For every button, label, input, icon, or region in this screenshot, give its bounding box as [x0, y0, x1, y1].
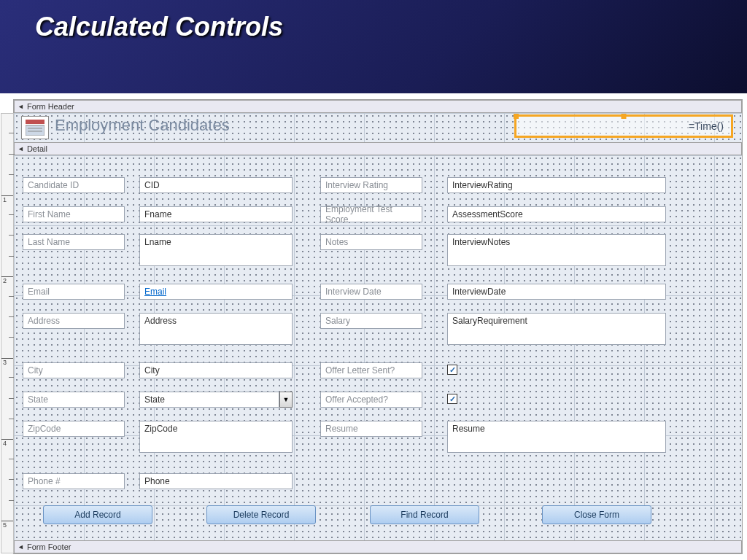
- form-design-surface: 12345 ◄ Form Header Employment Candidate…: [13, 99, 743, 554]
- divider: [0, 93, 747, 99]
- section-label: Detail: [27, 144, 47, 153]
- bound-textbox[interactable]: City: [139, 362, 293, 378]
- field-label[interactable]: Email: [23, 284, 125, 300]
- bound-textbox[interactable]: CID: [139, 177, 293, 193]
- form-button[interactable]: Find Record: [370, 505, 479, 524]
- vertical-ruler: 12345: [1, 113, 14, 553]
- field-label[interactable]: City: [23, 362, 125, 378]
- bound-textbox[interactable]: State: [139, 392, 279, 408]
- field-label[interactable]: Employment Test Score: [320, 206, 422, 222]
- svg-rect-0: [26, 120, 44, 124]
- bound-textbox[interactable]: AssessmentScore: [447, 206, 666, 222]
- expand-icon: ◄: [18, 103, 24, 110]
- section-bar-detail[interactable]: ◄ Detail: [14, 142, 742, 155]
- ruler-mark: 2: [1, 276, 13, 284]
- ruler-mark: 1: [1, 195, 13, 203]
- bound-textbox[interactable]: Fname: [139, 206, 293, 222]
- expand-icon: ◄: [18, 145, 24, 152]
- section-bar-form-footer[interactable]: ◄ Form Footer: [14, 540, 742, 553]
- slide-banner: Calculated Controls: [0, 0, 747, 93]
- bound-textbox[interactable]: InterviewRating: [447, 177, 666, 193]
- field-label[interactable]: Resume: [320, 421, 422, 437]
- form-button[interactable]: Close Form: [542, 505, 651, 524]
- field-label[interactable]: Interview Rating: [320, 177, 422, 193]
- field-label[interactable]: Phone #: [23, 473, 125, 489]
- selection-handle[interactable]: [622, 114, 627, 119]
- time-expression: =Time(): [689, 120, 724, 132]
- field-label[interactable]: First Name: [23, 206, 125, 222]
- field-label[interactable]: Last Name: [23, 234, 125, 250]
- slide-title: Calculated Controls: [35, 12, 712, 42]
- field-label[interactable]: ZipCode: [23, 421, 125, 437]
- form-button[interactable]: Delete Record: [206, 505, 316, 524]
- field-label[interactable]: Notes: [320, 234, 422, 250]
- form-icon: [26, 120, 44, 136]
- section-bar-form-header[interactable]: ◄ Form Header: [14, 100, 742, 113]
- ruler-mark: 3: [1, 358, 13, 366]
- field-label[interactable]: Address: [23, 313, 125, 329]
- svg-rect-1: [26, 125, 44, 136]
- form-header-area[interactable]: Employment Candidates =Time(): [14, 113, 742, 142]
- combo-dropdown-button[interactable]: ▼: [279, 392, 293, 408]
- field-label[interactable]: State: [23, 392, 125, 408]
- field-label[interactable]: Salary: [320, 313, 422, 329]
- bound-textbox[interactable]: Phone: [139, 473, 293, 489]
- bound-textbox[interactable]: Address: [139, 313, 293, 345]
- bound-textbox[interactable]: SalaryRequirement: [447, 313, 666, 345]
- form-logo[interactable]: [21, 116, 49, 139]
- checkbox[interactable]: ✓: [447, 394, 457, 404]
- form-title-label[interactable]: Employment Candidates: [55, 116, 230, 135]
- time-calculated-control[interactable]: =Time(): [514, 114, 733, 138]
- section-label: Form Header: [27, 102, 74, 111]
- field-label[interactable]: Offer Accepted?: [320, 392, 422, 408]
- expand-icon: ◄: [18, 543, 24, 551]
- field-label[interactable]: Candidate ID: [23, 177, 125, 193]
- bound-textbox[interactable]: InterviewNotes: [447, 234, 666, 266]
- bound-textbox[interactable]: InterviewDate: [447, 284, 666, 300]
- bound-textbox[interactable]: ZipCode: [139, 421, 293, 453]
- form-button[interactable]: Add Record: [43, 505, 152, 524]
- section-label: Form Footer: [27, 542, 71, 551]
- selection-handle[interactable]: [514, 114, 519, 119]
- bound-textbox[interactable]: Resume: [447, 421, 666, 453]
- field-label[interactable]: Interview Date: [320, 284, 422, 300]
- checkbox[interactable]: ✓: [447, 365, 457, 375]
- ruler-mark: 5: [1, 521, 13, 529]
- bound-textbox[interactable]: Email: [139, 284, 293, 300]
- ruler-mark: 4: [1, 439, 13, 447]
- field-label[interactable]: Offer Letter Sent?: [320, 362, 422, 378]
- bound-textbox[interactable]: Lname: [139, 234, 293, 266]
- detail-area[interactable]: Candidate IDCIDFirst NameFnameLast NameL…: [14, 155, 742, 540]
